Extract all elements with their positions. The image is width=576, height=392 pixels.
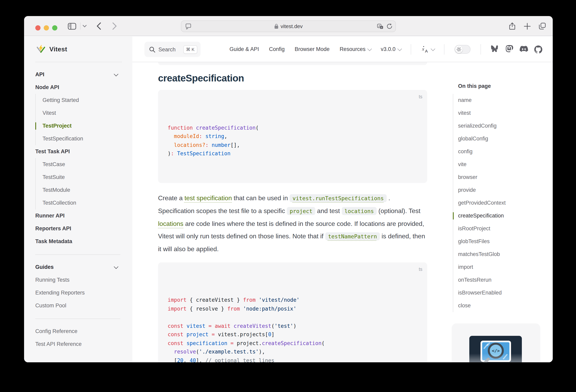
new-tab-icon[interactable] xyxy=(523,16,531,36)
code-line: const project = vitest.projects[0] xyxy=(168,330,418,339)
window-close-button[interactable] xyxy=(35,25,40,30)
sidebar-toggle-icon[interactable] xyxy=(67,16,77,36)
address-bar[interactable]: vitest.dev A x xyxy=(181,21,396,32)
nav-link-config[interactable]: Config xyxy=(269,46,285,52)
sidebar-item-node-api[interactable]: Node API xyxy=(35,81,121,94)
toc-item-config[interactable]: config xyxy=(458,145,547,158)
code-lang-badge: ts xyxy=(419,265,422,274)
github-icon[interactable] xyxy=(534,45,542,53)
sidebar-nav: APINode APIGetting StartedVitestTestProj… xyxy=(24,62,132,351)
code-line: resolve('./example.test.ts'), xyxy=(168,347,418,356)
code-block-example[interactable]: ts import { createVitest } from 'vitest/… xyxy=(158,262,427,362)
toc-item-vite[interactable]: vite xyxy=(458,158,547,171)
sponsor-card[interactable]: </> xyxy=(452,323,540,362)
toc-item-import[interactable]: import xyxy=(458,261,547,274)
code-lang-badge: ts xyxy=(419,93,422,101)
sidebar-item-guides[interactable]: Guides xyxy=(35,261,121,274)
code-block-signature[interactable]: ts function createSpecification( moduleI… xyxy=(158,90,427,183)
sidebar-item-test-api-reference[interactable]: Test API Reference xyxy=(35,338,121,351)
sidebar-item-testcase[interactable]: TestCase xyxy=(43,158,121,171)
code-line: ): TestSpecification xyxy=(168,149,418,158)
language-menu[interactable]: x A xyxy=(421,46,434,53)
sidebar-menu-chevron-icon[interactable] xyxy=(81,16,88,36)
bluesky-icon[interactable] xyxy=(491,45,499,53)
code-line: const vitest = await createVitest('test'… xyxy=(168,322,418,330)
sidebar-item-custom-pool[interactable]: Custom Pool xyxy=(35,299,121,312)
mastodon-icon[interactable] xyxy=(505,45,514,53)
sidebar-item-testspecification[interactable]: TestSpecification xyxy=(43,132,121,145)
link-test-specification[interactable]: test specification xyxy=(184,194,232,201)
toc-item-browser[interactable]: browser xyxy=(458,171,547,184)
description-paragraph: Create a test specification that can be … xyxy=(158,192,427,255)
docs-sidebar: Vitest APINode APIGetting StartedVitestT… xyxy=(24,36,132,362)
theme-toggle-knob xyxy=(455,46,462,53)
sidebar-item-runner-api[interactable]: Runner API xyxy=(35,210,121,222)
svg-text:A: A xyxy=(425,49,428,53)
toc-list: namevitestserializedConfigglobalConfigco… xyxy=(453,94,547,312)
sidebar-item-config-reference[interactable]: Config Reference xyxy=(35,325,121,338)
forward-button[interactable] xyxy=(110,16,118,36)
sidebar-item-api[interactable]: API xyxy=(35,68,121,81)
reload-icon[interactable] xyxy=(387,23,392,29)
link-locations[interactable]: locations xyxy=(158,220,183,227)
screenshot-stage: vitest.dev A x xyxy=(0,0,576,392)
toc-item-close[interactable]: close xyxy=(458,299,547,312)
chevron-down-icon xyxy=(114,72,118,76)
search-label: Search xyxy=(158,46,180,52)
toc-item-vitest[interactable]: vitest xyxy=(458,107,547,120)
chevron-down-icon xyxy=(398,46,402,51)
nav-link-guide-api[interactable]: Guide & API xyxy=(230,46,259,52)
nav-link-resources[interactable]: Resources xyxy=(340,46,371,52)
sidebar-divider xyxy=(35,319,120,319)
toc-item-isrootproject[interactable]: isRootProject xyxy=(458,222,547,235)
sidebar-item-task-metadata[interactable]: Task Metadata xyxy=(35,235,121,248)
search-button[interactable]: Search ⌘ K xyxy=(144,42,201,57)
link-vitest-runtestspecifications[interactable]: vitest.runTestSpecifications xyxy=(289,194,386,202)
translate-icon[interactable]: A x xyxy=(377,24,383,29)
toc-item-matchestestglob[interactable]: matchesTestGlob xyxy=(458,248,547,261)
vitest-logo[interactable]: Vitest xyxy=(24,36,132,62)
toc-item-serializedconfig[interactable]: serializedConfig xyxy=(458,120,547,132)
sidebar-item-testmodule[interactable]: TestModule xyxy=(43,184,121,197)
tab-overview-icon[interactable] xyxy=(538,16,547,36)
navbar-divider xyxy=(481,44,481,54)
window-minimize-button[interactable] xyxy=(44,25,49,30)
sidebar-item-extending-reporters[interactable]: Extending Reporters xyxy=(35,286,121,299)
share-icon[interactable] xyxy=(508,16,517,36)
discord-icon[interactable] xyxy=(519,46,528,53)
sidebar-item-vitest[interactable]: Vitest xyxy=(43,107,121,120)
window-zoom-button[interactable] xyxy=(52,25,57,30)
svg-text:A: A xyxy=(378,24,380,28)
code-line: moduleId: string, xyxy=(168,132,418,141)
vitest-logo-text: Vitest xyxy=(49,46,67,53)
theme-toggle[interactable] xyxy=(455,45,470,54)
toc-item-globalconfig[interactable]: globalConfig xyxy=(458,132,547,145)
sidebar-item-getting-started[interactable]: Getting Started xyxy=(43,94,121,107)
toc-item-provide[interactable]: provide xyxy=(458,184,547,197)
toc-item-getprovidedcontext[interactable]: getProvidedContext xyxy=(458,197,547,210)
navbar-divider xyxy=(444,44,444,54)
sidebar-item-testproject[interactable]: TestProject xyxy=(43,120,121,132)
top-navbar: Search ⌘ K Guide & APIConfigBrowser Mode… xyxy=(132,36,553,62)
code-line: import { resolve } from 'node:path/posix… xyxy=(168,304,418,313)
browser-toolbar: vitest.dev A x xyxy=(24,16,553,36)
toc-item-createspecification[interactable]: createSpecification xyxy=(458,210,547,222)
toc-item-globtestfiles[interactable]: globTestFiles xyxy=(458,235,547,248)
sidebar-item-reporters-api[interactable]: Reporters API xyxy=(35,222,121,235)
toc-item-isbrowserenabled[interactable]: isBrowserEnabled xyxy=(458,286,547,299)
toc-item-name[interactable]: name xyxy=(458,94,547,107)
nav-link-v3-0-0[interactable]: v3.0.0 xyxy=(381,46,401,52)
sidebar-item-testcollection[interactable]: TestCollection xyxy=(43,197,121,210)
sidebar-item-testsuite[interactable]: TestSuite xyxy=(43,171,121,184)
code-line xyxy=(168,313,418,322)
doc-content: createSpecification ts function createSp… xyxy=(132,62,553,362)
vitest-logo-icon xyxy=(36,44,46,54)
back-button[interactable] xyxy=(95,16,103,36)
sidebar-item-running-tests[interactable]: Running Tests xyxy=(35,274,121,286)
toc-item-ontestsrerun[interactable]: onTestsRerun xyxy=(458,274,547,286)
search-icon xyxy=(149,46,155,52)
code-line: function createSpecification( xyxy=(168,123,418,132)
link-testnamepattern[interactable]: testNamePattern xyxy=(325,232,380,240)
sidebar-item-test-task-api[interactable]: Test Task API xyxy=(35,145,121,158)
nav-link-browser-mode[interactable]: Browser Mode xyxy=(295,46,330,52)
